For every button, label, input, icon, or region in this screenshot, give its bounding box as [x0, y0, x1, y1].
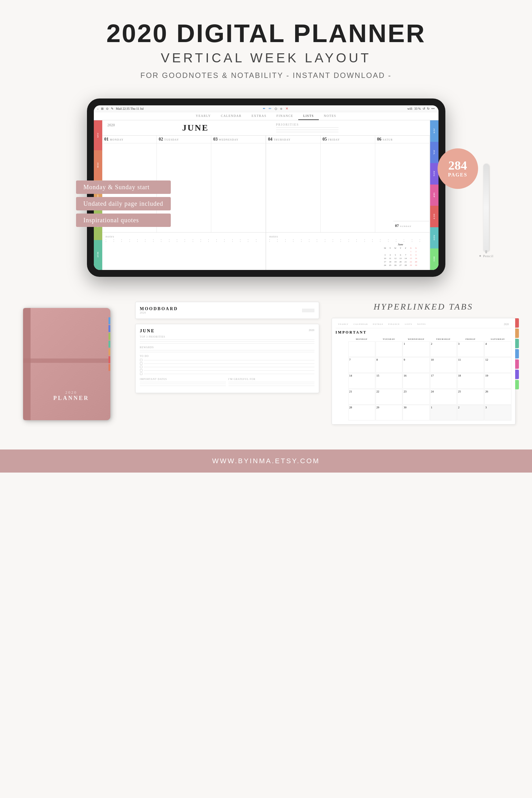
- cal-year-right: 2020: [501, 322, 511, 327]
- redo-icon[interactable]: ↻: [427, 107, 430, 110]
- more-icon[interactable]: •••: [431, 107, 435, 110]
- cal-cell-15[interactable]: 15: [376, 373, 402, 389]
- cal-cell-empty-1[interactable]: [348, 341, 375, 357]
- month-jan[interactable]: JAN: [94, 120, 102, 150]
- nav-calendar[interactable]: CALENDAR: [216, 112, 247, 120]
- right-tab-jun[interactable]: JUN: [430, 120, 438, 142]
- cb-3[interactable]: [140, 366, 142, 368]
- day-header-wed: 03 WEDNESDAY: [211, 136, 266, 144]
- cal-cell-14[interactable]: 14: [348, 373, 375, 389]
- cal-cell-16[interactable]: 16: [403, 373, 430, 389]
- cal-tab-7[interactable]: [515, 380, 519, 390]
- june-planning-card: JUNE 2020 TOP 3 PRIORITIES REWARDS TO DO: [135, 324, 319, 393]
- cb-2[interactable]: [140, 362, 142, 365]
- cal-tab-1[interactable]: [515, 318, 519, 328]
- cb-4[interactable]: [140, 369, 142, 372]
- day-num-1: 01: [104, 137, 109, 142]
- cal-cell-2[interactable]: 2: [430, 341, 457, 357]
- notebook-year: 2020: [65, 390, 77, 395]
- feature-3: Inspirational quotes: [76, 213, 171, 227]
- features-list: Monday & Sunday start Undated daily page…: [76, 180, 171, 227]
- cal-cell-22[interactable]: 22: [376, 389, 402, 405]
- day-body-4[interactable]: [266, 144, 320, 232]
- grateful-label: I'M GRATEFUL FOR: [228, 378, 315, 381]
- second-section: 2020 PLANNER MOODBOARD 2020 JUNE 2020: [17, 302, 515, 424]
- cal-cell-19[interactable]: 19: [484, 373, 511, 389]
- cal-cell-4[interactable]: 4: [484, 341, 511, 357]
- right-tab-jul[interactable]: JUL: [430, 142, 438, 163]
- right-tab-nov[interactable]: NOV: [430, 227, 438, 249]
- month-may[interactable]: MAY: [94, 240, 102, 270]
- cal-tab-5[interactable]: [515, 359, 519, 369]
- dot-grid-left: [106, 240, 263, 242]
- hyperlinked-title: HYPERLINKED TABS: [331, 302, 515, 312]
- grid-icon: ⊞: [101, 107, 103, 110]
- cal-cell-28[interactable]: 28: [348, 405, 375, 420]
- cal-nav-calendar[interactable]: CALENDAR: [351, 322, 370, 327]
- cal-nav-notes[interactable]: NOTES: [415, 322, 429, 327]
- cb-1[interactable]: [140, 359, 142, 361]
- pages-number: 284: [449, 159, 467, 172]
- june-title-wrapper: JUNE: [140, 328, 155, 334]
- nav-notes[interactable]: NOTES: [319, 112, 341, 120]
- nav-finance[interactable]: FINANCE: [271, 112, 298, 120]
- undo-icon[interactable]: ↺: [423, 107, 425, 110]
- right-tab-oct[interactable]: OCT: [430, 206, 438, 227]
- day-body-5[interactable]: [321, 144, 375, 232]
- cal-cell-next-1[interactable]: 1: [430, 405, 457, 420]
- important-dates-label: IMPORTANT DATES: [140, 378, 226, 381]
- cal-tab-2[interactable]: [515, 328, 519, 338]
- right-tab-aug[interactable]: AUG: [430, 163, 438, 185]
- day-body-6[interactable]: 07 SUNDAY: [375, 144, 430, 232]
- day-body-3[interactable]: [211, 144, 266, 232]
- cal-cell-8[interactable]: 8: [376, 357, 402, 373]
- right-tab-sep[interactable]: SEP: [430, 185, 438, 206]
- cal-cell-29[interactable]: 29: [376, 405, 402, 420]
- close-icon[interactable]: ✕: [285, 107, 288, 111]
- cal-cell-11[interactable]: 11: [457, 357, 484, 373]
- june-card-header: JUNE 2020: [140, 328, 315, 334]
- priorities-section: PRIORITIES: [270, 123, 425, 134]
- priority-line-3: [276, 132, 339, 132]
- cal-cell-26[interactable]: 26: [484, 389, 511, 405]
- month-feb[interactable]: FEB: [94, 150, 102, 180]
- marker-icon: ✏: [269, 107, 271, 111]
- cal-cell-1[interactable]: 1: [403, 341, 430, 357]
- moodboard-sub: 2020: [140, 311, 178, 314]
- tablet-section: ‹ ⊞ ⊙ ✎ Mail 22:35 Thu 11 Jul ✒ ✏ ◇ ⌾ ✕: [63, 98, 469, 277]
- cal-cell-3[interactable]: 3: [457, 341, 484, 357]
- id-lines: [140, 382, 226, 386]
- nav-lists[interactable]: LISTS: [298, 112, 319, 120]
- cal-cell-7[interactable]: 7: [348, 357, 375, 373]
- cal-tab-4[interactable]: [515, 349, 519, 359]
- right-tab-dec[interactable]: DEC: [430, 248, 438, 270]
- cal-cell-18[interactable]: 18: [457, 373, 484, 389]
- cal-nav-yearly[interactable]: YEARLY: [336, 322, 351, 327]
- cal-nav-finance[interactable]: FINANCE: [386, 322, 402, 327]
- back-icon: ‹: [98, 107, 98, 110]
- cal-cell-17[interactable]: 17: [430, 373, 457, 389]
- cal-cell-24[interactable]: 24: [430, 389, 457, 405]
- cal-cell-25[interactable]: 25: [457, 389, 484, 405]
- cal-cell-12[interactable]: 12: [484, 357, 511, 373]
- cal-cell-next-3[interactable]: 3: [484, 405, 511, 420]
- nav-extras[interactable]: EXTRAS: [247, 112, 271, 120]
- cb-5[interactable]: [140, 373, 142, 375]
- day-name-2: TUESDAY: [164, 138, 179, 141]
- june-year: 2020: [309, 328, 315, 334]
- moodboard-title: MOODBOARD 2020: [140, 306, 178, 314]
- cal-nav-lists[interactable]: LISTS: [402, 322, 415, 327]
- cal-cell-next-2[interactable]: 2: [457, 405, 484, 420]
- cal-tab-3[interactable]: [515, 339, 519, 348]
- nav-yearly[interactable]: YEARLY: [191, 112, 216, 120]
- cb-line-3: [144, 367, 315, 367]
- cal-cell-10[interactable]: 10: [430, 357, 457, 373]
- cal-cell-30[interactable]: 30: [403, 405, 430, 420]
- r-line-1: [140, 350, 315, 350]
- cal-cell-9[interactable]: 9: [403, 357, 430, 373]
- cal-tab-6[interactable]: [515, 370, 519, 379]
- cal-nav-extras[interactable]: EXTRAS: [370, 322, 385, 327]
- cal-cell-23[interactable]: 23: [403, 389, 430, 405]
- cal-cell-21[interactable]: 21: [348, 389, 375, 405]
- cal-cell-empty-2[interactable]: [376, 341, 402, 357]
